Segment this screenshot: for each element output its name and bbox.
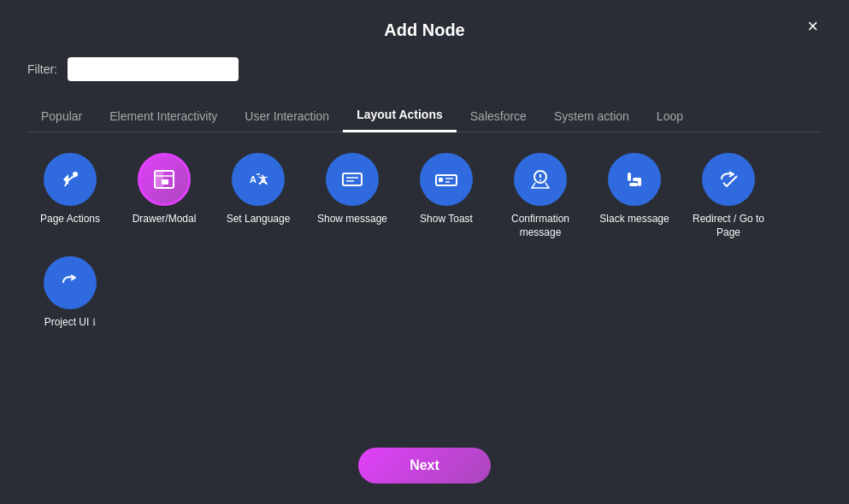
svg-rect-19: [638, 178, 641, 186]
svg-rect-2: [155, 171, 163, 188]
close-button[interactable]: ×: [804, 14, 822, 39]
project-ui-info-icon: ℹ: [92, 317, 96, 328]
item-set-language[interactable]: A 文 Set Language: [215, 153, 301, 239]
show-message-icon: [326, 153, 379, 206]
project-ui-label-row: Project UI ℹ: [44, 316, 97, 330]
modal-title: Add Node: [384, 21, 464, 40]
svg-rect-20: [629, 183, 638, 186]
redirect-label: Redirect / Go to Page: [686, 213, 771, 239]
tab-salesforce[interactable]: Salesforce: [457, 99, 540, 132]
items-grid: Page Actions Drawer/Modal A 文: [27, 153, 822, 431]
slack-message-icon: [608, 153, 661, 206]
next-button[interactable]: Next: [358, 448, 491, 483]
modal-header: Add Node ×: [27, 21, 822, 40]
slack-message-label: Slack message: [599, 213, 669, 226]
redirect-icon: [702, 153, 755, 206]
tab-user-interaction[interactable]: User Interaction: [231, 99, 343, 132]
tab-layout-actions[interactable]: Layout Actions: [343, 99, 457, 132]
project-ui-label: Project UI: [44, 316, 90, 330]
add-node-modal: Add Node × Filter: Popular Element Inter…: [0, 0, 849, 504]
item-page-actions[interactable]: Page Actions: [27, 153, 113, 239]
confirmation-message-label: Confirmation message: [498, 213, 583, 239]
set-language-label: Set Language: [227, 213, 291, 226]
item-show-toast[interactable]: Show Toast: [404, 153, 489, 239]
svg-rect-4: [162, 179, 168, 185]
show-toast-icon: [420, 153, 473, 206]
item-drawer-modal[interactable]: Drawer/Modal: [121, 153, 207, 239]
tab-popular[interactable]: Popular: [27, 99, 96, 132]
show-message-label: Show message: [317, 213, 387, 226]
filter-label: Filter:: [27, 62, 57, 76]
confirmation-message-icon: [514, 153, 567, 206]
modal-footer: Next: [27, 448, 822, 483]
drawer-modal-label: Drawer/Modal: [133, 213, 197, 226]
tabs-container: Popular Element Interactivity User Inter…: [27, 98, 822, 132]
page-actions-icon: [44, 153, 97, 206]
filter-input[interactable]: [68, 57, 239, 81]
svg-text:A: A: [250, 174, 256, 185]
tab-element-interactivity[interactable]: Element Interactivity: [96, 99, 231, 132]
project-ui-icon: [44, 256, 97, 309]
svg-rect-7: [343, 173, 362, 185]
item-project-ui[interactable]: Project UI ℹ: [27, 256, 113, 330]
set-language-icon: A 文: [232, 153, 285, 206]
tab-loop[interactable]: Loop: [643, 99, 697, 132]
svg-point-0: [73, 172, 78, 177]
item-show-message[interactable]: Show message: [310, 153, 395, 239]
page-actions-label: Page Actions: [40, 213, 100, 226]
tab-system-action[interactable]: System action: [540, 99, 643, 132]
svg-rect-11: [439, 178, 443, 182]
filter-row: Filter:: [27, 57, 822, 81]
item-confirmation-message[interactable]: Confirmation message: [498, 153, 583, 239]
show-toast-label: Show Toast: [420, 213, 473, 226]
svg-rect-17: [628, 173, 631, 181]
drawer-modal-icon: [138, 153, 191, 206]
item-slack-message[interactable]: Slack message: [592, 153, 677, 239]
item-redirect[interactable]: Redirect / Go to Page: [686, 153, 771, 239]
svg-point-16: [539, 179, 541, 181]
